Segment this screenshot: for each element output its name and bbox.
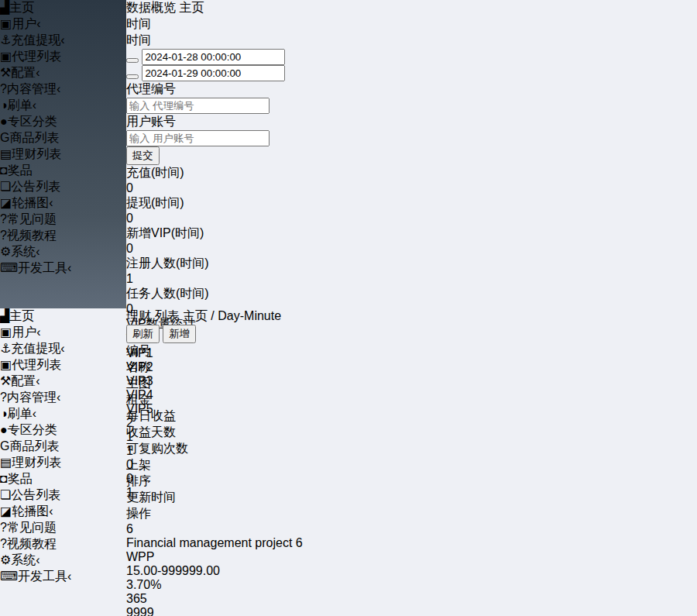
sidebar-item-recharge-withdraw[interactable]: ⚓充值提现‹	[0, 33, 126, 49]
stat-label: 注册人数(时间)	[126, 256, 285, 272]
sidebar-item-label: 奖品	[8, 163, 33, 177]
date-from-input[interactable]	[142, 49, 285, 65]
sidebar-item-zone-category[interactable]: ●专区分类	[0, 422, 126, 439]
sidebar-item-label: 主页	[9, 1, 34, 14]
date-to-input[interactable]	[142, 65, 285, 81]
image-icon: ◪	[0, 504, 12, 518]
breadcrumb-current: Day-Minute	[218, 309, 281, 322]
sidebar-item-carousel[interactable]: ◪轮播图‹	[0, 195, 126, 212]
overview-content: 数据概览 主页 时间 时间	[126, 0, 285, 308]
bar-chart-icon: ▟	[0, 309, 9, 322]
user-account-group	[126, 130, 285, 146]
date-to-calendar-button[interactable]	[126, 74, 139, 79]
sidebar-item-config[interactable]: ⚒配置‹	[0, 373, 126, 390]
table-header-row: 编号名称主图租金每日收益收益天数可复购次数上架排序更新时间操作	[126, 343, 303, 522]
chevron-left-icon: ‹	[49, 196, 53, 209]
sidebar-item-system[interactable]: ⚙系统‹	[0, 552, 126, 569]
sidebar-item-video-tutorial[interactable]: ?视频教程	[0, 536, 126, 552]
table-header-cell: 上架	[126, 457, 303, 473]
sidebar-item-system[interactable]: ⚙系统‹	[0, 244, 126, 260]
sidebar-item-label: 理财列表	[12, 147, 61, 160]
sidebar-item-content-mgmt[interactable]: ?内容管理‹	[0, 390, 126, 406]
filter-actions: 提交	[126, 146, 285, 165]
question-circle-icon: ?	[0, 82, 7, 95]
sidebar-item-content-mgmt[interactable]: ?内容管理‹	[0, 81, 126, 98]
refresh-button[interactable]: 刷新	[126, 325, 160, 343]
sidebar-item-config[interactable]: ⚒配置‹	[0, 65, 126, 81]
sidebar-item-label: 开发工具	[18, 261, 67, 274]
breadcrumb: 主页 / Day-Minute	[183, 309, 281, 322]
sidebar-item-label: 奖品	[8, 472, 33, 485]
sidebar-item-users[interactable]: ▣用户‹	[0, 325, 126, 341]
sidebar-item-recharge-withdraw[interactable]: ⚓充值提现‹	[0, 341, 126, 357]
table-header-cell: 主图	[126, 376, 303, 392]
sidebar-item-home[interactable]: ▟主页	[0, 308, 126, 325]
sidebar-item-label: 内容管理	[7, 82, 57, 95]
page-title: 数据概览	[126, 1, 176, 14]
sidebar-item-label: 公告列表	[11, 488, 60, 501]
gear-icon: ⚙	[0, 553, 11, 566]
row-rent: 15.00-999999.00	[126, 564, 303, 578]
sidebar-item-prizes[interactable]: ◘奖品	[0, 471, 126, 487]
agent-number-group	[126, 98, 285, 114]
sidebar-item-finance-list[interactable]: ▤理财列表	[0, 455, 126, 471]
breadcrumb-separator: /	[211, 309, 214, 322]
table-header-label: 主图	[126, 377, 151, 390]
sidebar-item-carousel[interactable]: ◪轮播图‹	[0, 504, 126, 520]
sidebar-item-prizes[interactable]: ◘奖品	[0, 163, 126, 179]
keyboard-icon: ⌨	[0, 261, 18, 274]
table-header-label: 排序	[126, 474, 151, 487]
user-account-label: 用户账号	[126, 114, 285, 130]
row-name: Financial management project 6	[126, 536, 303, 550]
bar-chart-icon: ▟	[0, 1, 9, 14]
add-button[interactable]: 新增	[163, 325, 196, 343]
table-header-label: 收益天数	[126, 425, 176, 439]
sidebar-item-brush-order[interactable]: ◑刷单‹	[0, 406, 126, 422]
sidebar-item-finance-list[interactable]: ▤理财列表	[0, 146, 126, 163]
stat-card: 新增VIP(时间)0	[126, 225, 285, 256]
sidebar-item-label: 配置	[11, 66, 36, 79]
sidebar-item-agent-list[interactable]: ▣代理列表	[0, 49, 126, 65]
submit-button[interactable]: 提交	[126, 146, 160, 165]
sidebar-item-label: 常见问题	[7, 212, 57, 225]
sidebar-item-label: 轮播图	[12, 196, 49, 209]
sidebar-item-announcement-list[interactable]: ❏公告列表	[0, 487, 126, 504]
sidebar-item-agent-list[interactable]: ▣代理列表	[0, 357, 126, 373]
sidebar-item-label: 系统	[11, 553, 36, 566]
stats-row: 充值(时间)0提现(时间)0新增VIP(时间)0注册人数(时间)1任务人数(时间…	[126, 165, 285, 316]
table-header-label: 名称	[126, 360, 151, 373]
date-from-calendar-button[interactable]	[126, 58, 139, 63]
sidebar-item-users[interactable]: ▣用户‹	[0, 16, 126, 33]
sidebar-item-label: 内容管理	[7, 391, 57, 404]
breadcrumb-home[interactable]: 主页	[179, 1, 204, 14]
sidebar-item-announcement-list[interactable]: ❏公告列表	[0, 179, 126, 195]
row-image-cell: WPP	[126, 550, 303, 564]
table-header-cell[interactable]: 更新时间	[126, 490, 303, 506]
sidebar-item-video-tutorial[interactable]: ?视频教程	[0, 228, 126, 244]
sidebar-item-product-list[interactable]: G商品列表	[0, 439, 126, 455]
sidebar-item-zone-category[interactable]: ●专区分类	[0, 114, 126, 130]
half-circle-icon: ◑	[0, 407, 8, 420]
sidebar-item-dev-tools[interactable]: ⌨开发工具‹	[0, 260, 126, 277]
table-header-cell: 租金	[126, 392, 303, 408]
sidebar-item-dev-tools[interactable]: ⌨开发工具‹	[0, 569, 126, 585]
sidebar-item-faq[interactable]: ?常见问题	[0, 212, 126, 228]
sidebar-item-home[interactable]: ▟主页	[0, 0, 126, 16]
stat-card: 充值(时间)0	[126, 165, 285, 195]
table-header-label: 租金	[126, 393, 151, 406]
user-account-input[interactable]	[126, 130, 270, 146]
prize-icon: ◘	[0, 163, 8, 177]
table-header-cell[interactable]: 编号	[126, 343, 303, 360]
breadcrumb-home[interactable]: 主页	[183, 309, 208, 322]
stat-value: 0	[126, 242, 285, 256]
sidebar-item-faq[interactable]: ?常见问题	[0, 520, 126, 536]
stat-value: 0	[126, 181, 285, 195]
question-filled-icon: ?	[0, 521, 7, 534]
table-header-label: 操作	[126, 507, 151, 520]
sidebar-item-label: 商品列表	[9, 131, 59, 144]
sidebar-item-brush-order[interactable]: ◑刷单‹	[0, 98, 126, 114]
sidebar-item-product-list[interactable]: G商品列表	[0, 130, 126, 146]
stat-card: 注册人数(时间)1	[126, 256, 285, 286]
chevron-down-icon: ‹	[33, 407, 36, 420]
agent-number-input[interactable]	[126, 98, 270, 114]
